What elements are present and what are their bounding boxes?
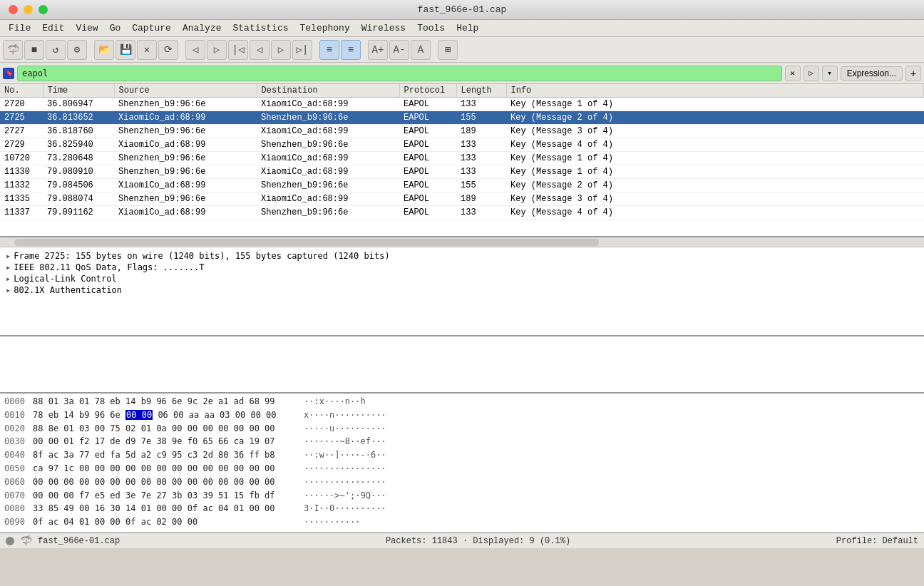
- menu-item-help[interactable]: Help: [451, 21, 484, 35]
- menu-item-analyze[interactable]: Analyze: [177, 21, 227, 35]
- table-row[interactable]: 1133579.088074Shenzhen_b9:96:6eXiaomiCo_…: [0, 192, 924, 206]
- hex-offset: 0090: [4, 516, 33, 528]
- hex-ascii: 3·I··0··········: [304, 503, 386, 515]
- save-button[interactable]: 💾: [115, 40, 135, 60]
- cell-info: Key (Message 2 of 4): [506, 111, 924, 125]
- stop-capture-button[interactable]: ■: [24, 40, 44, 60]
- table-row[interactable]: 1072073.280648Shenzhen_b9:96:6eXiaomiCo_…: [0, 152, 924, 165]
- col-protocol[interactable]: Protocol: [399, 84, 456, 98]
- restart-button[interactable]: ↺: [46, 40, 66, 60]
- filterbar: 🔖 ✕ ▷ ▾ Expression... +: [0, 63, 924, 84]
- reload-button[interactable]: ⟳: [158, 40, 178, 60]
- col-info[interactable]: Info: [506, 84, 924, 98]
- table-row[interactable]: 272736.818760Shenzhen_b9:96:6eXiaomiCo_a…: [0, 125, 924, 138]
- packet-table-header: No. Time Source Destination Protocol Len…: [0, 84, 924, 98]
- open-button[interactable]: 📂: [94, 40, 114, 60]
- menu-item-statistics[interactable]: Statistics: [227, 21, 294, 35]
- status-indicator: [6, 537, 14, 545]
- zoom-out-button[interactable]: A-: [389, 40, 409, 60]
- minimize-button[interactable]: [24, 5, 33, 14]
- options-button[interactable]: ⚙: [67, 40, 87, 60]
- cell-info: Key (Message 4 of 4): [506, 138, 924, 152]
- maximize-button[interactable]: [38, 5, 48, 14]
- window-title: fast_966e-01.cap: [418, 4, 507, 15]
- hex-bytes: 88 8e 01 03 00 75 02 01 0a 00 00 00 00 0…: [33, 423, 304, 435]
- cell-protocol: EAPOL: [399, 165, 456, 179]
- menu-item-telephony[interactable]: Telephony: [294, 21, 356, 35]
- col-length[interactable]: Length: [456, 84, 506, 98]
- hex-bytes: 78 eb 14 b9 96 6e 00 00 06 00 aa aa 03 0…: [33, 409, 304, 421]
- normal-size-button[interactable]: A: [411, 40, 431, 60]
- hex-bytes: 0f ac 04 01 00 00 0f ac 02 00 00: [33, 516, 304, 528]
- resize-columns-button[interactable]: ⊞: [438, 40, 458, 60]
- status-filename: fast_966e-01.cap: [38, 536, 120, 546]
- cell-dest: Shenzhen_b9:96:6e: [257, 138, 399, 152]
- traffic-lights: [9, 5, 48, 14]
- filter-apply-button[interactable]: ▷: [804, 66, 819, 81]
- hex-offset: 0000: [4, 396, 33, 408]
- col-no[interactable]: No.: [0, 84, 43, 98]
- goto-last-button[interactable]: ▷|: [292, 40, 312, 60]
- menu-item-file[interactable]: File: [3, 21, 36, 35]
- cell-dest: XiaomiCo_ad:68:99: [257, 165, 399, 179]
- packet-list[interactable]: No. Time Source Destination Protocol Len…: [0, 84, 924, 237]
- filter-dropdown-button[interactable]: ▾: [822, 66, 838, 81]
- status-shark-icon: 🦈: [20, 535, 32, 547]
- menu-item-capture[interactable]: Capture: [126, 21, 177, 35]
- expression-button[interactable]: Expression...: [841, 66, 903, 81]
- colorize-1-button[interactable]: ≡: [319, 40, 339, 60]
- shark-fin-button[interactable]: 🦈: [3, 40, 23, 60]
- filter-clear-button[interactable]: ✕: [785, 66, 801, 81]
- menu-item-go[interactable]: Go: [104, 21, 127, 35]
- cell-protocol: EAPOL: [399, 125, 456, 138]
- close-file-button[interactable]: ✕: [137, 40, 157, 60]
- close-button[interactable]: [9, 5, 18, 14]
- hex-row: 0060 00 00 00 00 00 00 00 00 00 00 00 00…: [0, 476, 924, 489]
- cell-no: 2725: [0, 111, 43, 125]
- horizontal-scrollbar[interactable]: [0, 237, 924, 247]
- detail-row[interactable]: ▸Logical-Link Control: [3, 273, 921, 284]
- hscroll-track[interactable]: [14, 239, 599, 246]
- table-row[interactable]: 1133079.080910Shenzhen_b9:96:6eXiaomiCo_…: [0, 165, 924, 179]
- hex-row: 0000 88 01 3a 01 78 eb 14 b9 96 6e 9c 2e…: [0, 395, 924, 408]
- goto-next-button[interactable]: ▷: [271, 40, 291, 60]
- menu-item-view[interactable]: View: [70, 21, 103, 35]
- goto-first-button[interactable]: |◁: [228, 40, 248, 60]
- zoom-in-button[interactable]: A+: [368, 40, 388, 60]
- table-row[interactable]: 1133279.084506XiaomiCo_ad:68:99Shenzhen_…: [0, 179, 924, 192]
- forward-button[interactable]: ▷: [207, 40, 227, 60]
- cell-protocol: EAPOL: [399, 152, 456, 165]
- back-button[interactable]: ◁: [185, 40, 205, 60]
- col-dest[interactable]: Destination: [257, 84, 399, 98]
- table-row[interactable]: 272936.825940XiaomiCo_ad:68:99Shenzhen_b…: [0, 138, 924, 152]
- hex-bytes: 00 00 00 00 00 00 00 00 00 00 00 00 00 0…: [33, 476, 304, 488]
- cell-no: 10720: [0, 152, 43, 165]
- hex-offset: 0010: [4, 409, 33, 421]
- table-row[interactable]: 272036.806947Shenzhen_b9:96:6eXiaomiCo_a…: [0, 98, 924, 111]
- table-row[interactable]: 1133779.091162XiaomiCo_ad:68:99Shenzhen_…: [0, 206, 924, 220]
- cell-protocol: EAPOL: [399, 206, 456, 220]
- detail-row[interactable]: ▸IEEE 802.11 QoS Data, Flags: .......T: [3, 262, 921, 273]
- detail-row[interactable]: ▸Frame 2725: 155 bytes on wire (1240 bit…: [3, 250, 921, 262]
- menu-item-wireless[interactable]: Wireless: [356, 21, 411, 35]
- cell-time: 79.091162: [43, 206, 114, 220]
- filter-input[interactable]: [17, 66, 782, 81]
- col-source[interactable]: Source: [114, 84, 257, 98]
- menu-item-edit[interactable]: Edit: [36, 21, 70, 35]
- cell-dest: XiaomiCo_ad:68:99: [257, 98, 399, 111]
- cell-time: 79.084506: [43, 179, 114, 192]
- cell-time: 36.818760: [43, 125, 114, 138]
- colorize-2-button[interactable]: ≡: [341, 40, 361, 60]
- hex-offset: 0050: [4, 463, 33, 475]
- goto-prev-button[interactable]: ◁: [250, 40, 270, 60]
- hex-offset: 0080: [4, 503, 33, 515]
- col-time[interactable]: Time: [43, 84, 114, 98]
- hex-ascii: ·······~8··ef···: [304, 436, 386, 448]
- add-filter-button[interactable]: +: [905, 66, 921, 81]
- menu-item-tools[interactable]: Tools: [411, 21, 451, 35]
- detail-row[interactable]: ▸802.1X Authentication: [3, 284, 921, 296]
- packet-table-body: 272036.806947Shenzhen_b9:96:6eXiaomiCo_a…: [0, 98, 924, 220]
- table-row[interactable]: 272536.813652XiaomiCo_ad:68:99Shenzhen_b…: [0, 111, 924, 125]
- hex-offset: 0060: [4, 476, 33, 488]
- hex-offset: 0040: [4, 449, 33, 461]
